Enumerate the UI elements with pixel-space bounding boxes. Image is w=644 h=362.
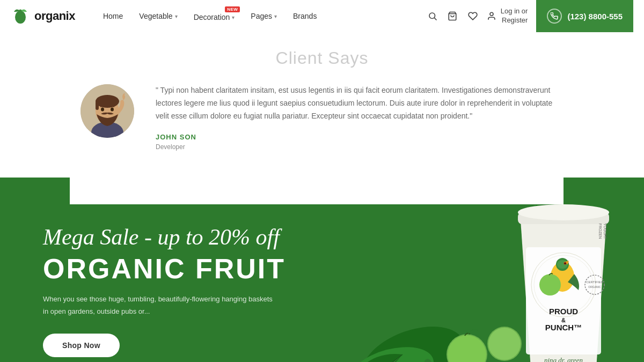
promo-content: Mega Sale - up to 20% off ORGANIC FRUIT … — [0, 191, 328, 362]
section-title: Client Says — [43, 48, 601, 68]
nav-item-pages[interactable]: Pages ▾ — [244, 9, 283, 24]
testimonial-content: " Typi non habent claritatem insitam, es… — [156, 84, 564, 151]
main-nav: Home Vegetable ▾ NEW Decoration ▾ Pages … — [97, 8, 428, 25]
avatar-container — [80, 84, 134, 138]
cart-icon[interactable] — [447, 11, 458, 21]
logo-icon — [11, 6, 30, 26]
promo-sale-text: Mega Sale - up to 20% off — [43, 224, 286, 250]
nav-item-vegetable[interactable]: Vegetable ▾ — [133, 9, 184, 24]
logo[interactable]: organix — [11, 6, 75, 26]
header: organix Home Vegetable ▾ NEW Decoration … — [0, 0, 644, 32]
testimonial-text: " Typi non habent claritatem insitam, es… — [156, 84, 564, 122]
chevron-down-icon: ▾ — [175, 13, 178, 19]
svg-point-5 — [490, 12, 493, 16]
promo-product: PROUD & PUNCH™ FROZEN YOGURT CERTIFIED O… — [295, 178, 644, 362]
svg-text:ning dr. green: ning dr. green — [544, 356, 583, 362]
shop-now-button[interactable]: Shop Now — [43, 334, 120, 357]
avatar — [80, 84, 134, 138]
svg-point-31 — [518, 204, 609, 220]
svg-point-10 — [96, 95, 119, 108]
svg-point-0 — [15, 11, 26, 24]
svg-point-40 — [539, 274, 561, 295]
svg-point-39 — [565, 263, 566, 264]
chevron-down-icon-3: ▾ — [274, 13, 277, 19]
svg-point-37 — [557, 260, 568, 269]
phone-number: (123) 8800-555 — [567, 12, 623, 21]
nav-item-home[interactable]: Home — [97, 9, 129, 24]
svg-text:ORGANIC: ORGANIC — [588, 285, 601, 289]
svg-point-29 — [488, 328, 521, 360]
testimonial: " Typi non habent claritatem insitam, es… — [80, 84, 564, 151]
svg-text:PROUD: PROUD — [549, 307, 578, 316]
svg-point-1 — [19, 10, 22, 12]
testimonial-author-role: Developer — [156, 143, 564, 151]
nav-badge-new: NEW — [225, 6, 240, 12]
svg-point-2 — [429, 13, 435, 19]
svg-text:PUNCH™: PUNCH™ — [545, 323, 582, 332]
svg-rect-11 — [96, 101, 99, 110]
header-icons — [428, 11, 478, 21]
svg-point-12 — [101, 108, 104, 112]
login-text: Log in or Register — [501, 7, 528, 25]
svg-text:CERTIFIED: CERTIFIED — [586, 280, 603, 284]
nav-item-decoration[interactable]: NEW Decoration ▾ — [187, 8, 241, 25]
search-icon[interactable] — [428, 11, 437, 21]
logo-text: organix — [34, 9, 75, 23]
login-area[interactable]: Log in or Register — [487, 7, 528, 25]
promo-title: ORGANIC FRUIT — [43, 255, 286, 283]
user-icon — [487, 11, 496, 21]
svg-text:FROZEN: FROZEN — [598, 224, 602, 239]
svg-line-3 — [434, 18, 436, 20]
phone-button[interactable]: (123) 8800-555 — [536, 0, 633, 32]
phone-icon — [547, 9, 562, 24]
svg-point-13 — [111, 108, 114, 112]
wishlist-icon[interactable] — [467, 11, 478, 21]
product-illustration: PROUD & PUNCH™ FROZEN YOGURT CERTIFIED O… — [295, 178, 644, 362]
promo-section: Mega Sale - up to 20% off ORGANIC FRUIT … — [0, 178, 644, 362]
promo-description: When you see those huge, tumbling, beaut… — [43, 293, 274, 317]
testimonial-author-name: JOHN SON — [156, 133, 564, 141]
client-says-section: Client Says — [0, 32, 644, 178]
nav-item-brands[interactable]: Brands — [287, 9, 323, 24]
svg-text:YOGURT: YOGURT — [603, 223, 607, 240]
chevron-down-icon-2: ▾ — [232, 14, 235, 20]
avatar-image — [80, 84, 134, 138]
